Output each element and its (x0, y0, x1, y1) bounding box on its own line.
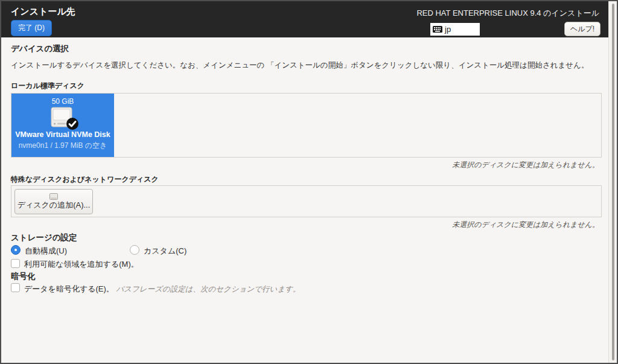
keyboard-layout-indicator[interactable]: jp (430, 23, 480, 36)
custom-config-label[interactable]: カスタム(C) (144, 246, 186, 257)
disk-free-label: nvme0n1 / 1.97 MiB の空き (19, 141, 107, 151)
passphrase-note: パスフレーズの設定は、次のセクションで行います。 (116, 285, 300, 293)
help-button[interactable]: ヘルプ! (564, 22, 600, 36)
special-disks-label: 特殊なディスクおよびネットワークディスク (11, 174, 159, 185)
local-disks-label: ローカル標準ディスク (11, 81, 84, 91)
installer-window: インストール先 完了 (D) RED HAT ENTERPRISE LINUX … (0, 0, 618, 364)
scrollbar-track[interactable] (608, 1, 617, 363)
hard-disk-icon (51, 107, 75, 129)
unselected-disk-note: 未選択のディスクに変更は加えられません。 (452, 160, 599, 170)
auto-config-radio[interactable] (11, 245, 21, 255)
done-button[interactable]: 完了 (D) (11, 20, 52, 36)
special-disks-panel (11, 185, 602, 217)
product-title: RED HAT ENTERPRISE LINUX 9.4 のインストール (416, 8, 599, 19)
disk-name-label: VMware Virtual NVMe Disk (15, 130, 110, 139)
encrypt-data-label[interactable]: データを暗号化する(E)。 パスフレーズの設定は、次のセクションで行います。 (24, 284, 300, 295)
page-title: インストール先 (11, 6, 75, 18)
storage-heading: ストレージの設定 (11, 232, 77, 243)
encryption-heading: 暗号化 (11, 271, 36, 282)
auto-config-label[interactable]: 自動構成(U) (25, 246, 67, 257)
custom-config-radio[interactable] (130, 245, 139, 255)
add-disk-button[interactable]: ディスクの追加(A)... (14, 189, 93, 214)
scrollbar-thumb[interactable] (612, 4, 614, 360)
disk-tile-nvme0n1[interactable]: 50 GiB VMware Virtual NVMe Disk nvme0n1 … (11, 94, 114, 157)
keyboard-layout-label: jp (445, 25, 451, 34)
local-disks-panel: 50 GiB VMware Virtual NVMe Disk nvme0n1 … (11, 93, 602, 158)
header-bar: インストール先 完了 (D) RED HAT ENTERPRISE LINUX … (1, 1, 608, 37)
unselected-disk-note-2: 未選択のディスクに変更は加えられません。 (452, 220, 599, 230)
keyboard-icon (433, 26, 442, 33)
device-selection-heading: デバイスの選択 (11, 43, 69, 54)
encrypt-data-label-text: データを暗号化する(E)。 (24, 284, 114, 293)
disk-size-label: 50 GiB (52, 97, 74, 106)
add-disk-button-label: ディスクの追加(A)... (18, 200, 91, 211)
encrypt-data-checkbox[interactable] (11, 283, 20, 292)
reclaim-space-label[interactable]: 利用可能な領域を追加する(M)。 (24, 259, 139, 270)
device-selection-description: インストールするデバイスを選択してください。なお、メインメニューの 「インストー… (11, 60, 588, 71)
add-disk-icon (49, 193, 58, 200)
reclaim-space-checkbox[interactable] (11, 259, 20, 268)
selected-check-icon (66, 117, 79, 130)
